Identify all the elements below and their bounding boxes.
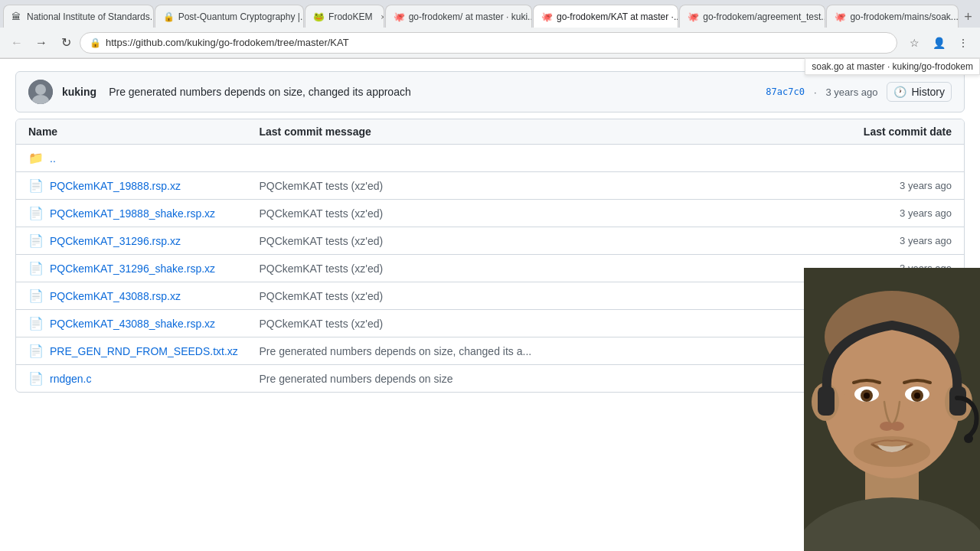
date-cell: 3 years ago	[721, 180, 952, 191]
commit-msg: PQCkemKAT tests (xz'ed)	[260, 318, 721, 330]
header-name: Name	[28, 126, 260, 138]
file-name[interactable]: rndgen.c	[50, 373, 91, 385]
history-button[interactable]: 🕐 History	[887, 82, 952, 102]
nav-bar: ← → ↻ 🔒 https://github.com/kuking/go-fro…	[0, 28, 980, 58]
tab-4-label: go-frodokem/ at master · kuki...	[409, 11, 532, 22]
file-name[interactable]: ..	[50, 152, 56, 165]
file-name[interactable]: PQCkemKAT_31296.rsp.xz	[50, 235, 181, 247]
file-name-cell: 📄 PQCkemKAT_19888_shake.rsp.xz	[28, 206, 260, 220]
tab-6-label: go-frodokem/agreement_test...	[703, 11, 825, 22]
tab-5[interactable]: 🐙 go-frodokem/KAT at master ·... ×	[533, 5, 678, 28]
tab-5-label: go-frodokem/KAT at master ·...	[557, 11, 678, 22]
commit-msg: PQCkemKAT tests (xz'ed)	[260, 262, 721, 275]
table-row[interactable]: 📄 PQCkemKAT_19888.rsp.xz PQCkemKAT tests…	[16, 172, 964, 200]
svg-point-1	[35, 84, 46, 95]
svg-rect-20	[818, 386, 835, 416]
author-avatar	[28, 80, 53, 104]
file-name[interactable]: PQCkemKAT_43088_shake.rsp.xz	[50, 318, 215, 330]
tab-3-favicon: 🐸	[313, 11, 324, 22]
header-commit-message: Last commit message	[260, 126, 721, 138]
svg-point-15	[864, 393, 870, 399]
commit-time-ago: 3 years ago	[826, 86, 878, 98]
file-icon: 📄	[28, 206, 44, 220]
file-name-cell: 📄 PQCkemKAT_19888.rsp.xz	[28, 178, 260, 193]
svg-point-19	[854, 436, 930, 467]
tab-tooltip: soak.go at master · kuking/go-frodokem	[805, 58, 980, 75]
extension-area: ☆ 👤 ⋮	[903, 32, 974, 54]
svg-point-22	[964, 434, 973, 443]
tab-5-favicon: 🐙	[541, 11, 552, 22]
extensions-button[interactable]: ⋮	[952, 32, 974, 54]
new-tab-button[interactable]: +	[959, 6, 977, 28]
commit-msg: PQCkemKAT tests (xz'ed)	[260, 290, 721, 302]
file-icon: 📄	[28, 289, 44, 303]
face-svg	[804, 268, 980, 551]
tab-bar: 🏛 National Institute of Standards... × 🔒…	[0, 0, 980, 28]
file-name[interactable]: PQCkemKAT_43088.rsp.xz	[50, 290, 181, 302]
file-name-cell: 📄 PQCkemKAT_43088_shake.rsp.xz	[28, 316, 260, 331]
browser-chrome: 🏛 National Institute of Standards... × 🔒…	[0, 0, 980, 59]
file-icon: 📄	[28, 233, 44, 248]
table-row[interactable]: 📄 PQCkemKAT_19888_shake.rsp.xz PQCkemKAT…	[16, 200, 964, 227]
back-button[interactable]: ←	[6, 32, 28, 54]
commit-time: ·	[814, 86, 817, 98]
file-icon: 📄	[28, 344, 44, 358]
commit-msg: Pre generated numbers depends on size, c…	[260, 345, 721, 357]
history-clock-icon: 🕐	[893, 86, 906, 98]
reload-button[interactable]: ↻	[55, 32, 77, 54]
file-icon: 📄	[28, 261, 44, 276]
tab-4-favicon: 🐙	[394, 11, 404, 22]
file-name-cell: 📁 ..	[28, 151, 260, 165]
commit-sha[interactable]: 87ac7c0	[766, 86, 805, 97]
page: 🏛 National Institute of Standards... × 🔒…	[0, 0, 980, 551]
commit-author[interactable]: kuking	[62, 86, 96, 98]
file-name[interactable]: PQCkemKAT_19888_shake.rsp.xz	[50, 207, 215, 220]
header-commit-date: Last commit date	[721, 126, 952, 138]
commit-bar: kuking Pre generated numbers depends on …	[15, 71, 965, 112]
table-row[interactable]: 📄 PQCkemKAT_31296.rsp.xz PQCkemKAT tests…	[16, 227, 964, 255]
address-bar[interactable]: 🔒 https://github.com/kuking/go-frodokem/…	[80, 32, 897, 54]
commit-msg: PQCkemKAT tests (xz'ed)	[260, 180, 721, 192]
tab-7-label: go-frodokem/mains/soak...	[850, 11, 958, 22]
tab-3-label: FrodoKEM	[328, 11, 372, 22]
commit-msg: PQCkemKAT tests (xz'ed)	[260, 207, 721, 220]
tab-7-favicon: 🐙	[835, 11, 845, 22]
tab-2[interactable]: 🔒 Post-Quantum Cryptography |... ×	[155, 5, 304, 28]
svg-point-16	[914, 393, 920, 399]
table-row[interactable]: 📁 ..	[16, 145, 964, 172]
file-name[interactable]: PQCkemKAT_31296_shake.rsp.xz	[50, 262, 215, 275]
history-label: History	[911, 86, 945, 98]
file-name-cell: 📄 PQCkemKAT_31296.rsp.xz	[28, 233, 260, 248]
bookmark-button[interactable]: ☆	[903, 32, 925, 54]
face-overlay	[804, 268, 980, 551]
tab-6[interactable]: 🐙 go-frodokem/agreement_test... ×	[679, 5, 825, 28]
tab-7[interactable]: 🐙 go-frodokem/mains/soak... ×	[826, 5, 959, 28]
tab-1-favicon: 🏛	[11, 11, 22, 22]
file-icon: 📄	[28, 371, 44, 386]
date-cell: 3 years ago	[721, 235, 952, 246]
date-cell: 3 years ago	[721, 207, 952, 219]
file-name-cell: 📄 rndgen.c	[28, 371, 260, 386]
tab-2-favicon: 🔒	[163, 11, 174, 22]
svg-point-18	[890, 422, 904, 431]
tab-2-label: Post-Quantum Cryptography |...	[178, 11, 304, 22]
forward-button[interactable]: →	[31, 32, 52, 54]
commit-msg: Pre generated numbers depends on size	[260, 373, 721, 385]
tab-1[interactable]: 🏛 National Institute of Standards... ×	[3, 5, 154, 28]
table-header: Name Last commit message Last commit dat…	[16, 119, 964, 145]
file-name[interactable]: PRE_GEN_RND_FROM_SEEDS.txt.xz	[50, 345, 238, 357]
commit-message: Pre generated numbers depends on size, c…	[109, 86, 411, 98]
tab-4[interactable]: 🐙 go-frodokem/ at master · kuki... ×	[385, 5, 532, 28]
lock-icon: 🔒	[90, 37, 101, 48]
file-name-cell: 📄 PQCkemKAT_43088.rsp.xz	[28, 289, 260, 303]
folder-icon: 📁	[28, 151, 44, 165]
tab-3[interactable]: 🐸 FrodoKEM ×	[305, 5, 384, 28]
file-name[interactable]: PQCkemKAT_19888.rsp.xz	[50, 180, 181, 192]
profile-button[interactable]: 👤	[928, 32, 949, 54]
commit-meta: 87ac7c0 · 3 years ago 🕐 History	[766, 82, 952, 102]
tab-1-label: National Institute of Standards...	[27, 11, 154, 22]
file-name-cell: 📄 PRE_GEN_RND_FROM_SEEDS.txt.xz	[28, 344, 260, 358]
file-icon: 📄	[28, 316, 44, 331]
tab-3-close[interactable]: ×	[377, 11, 384, 23]
file-name-cell: 📄 PQCkemKAT_31296_shake.rsp.xz	[28, 261, 260, 276]
